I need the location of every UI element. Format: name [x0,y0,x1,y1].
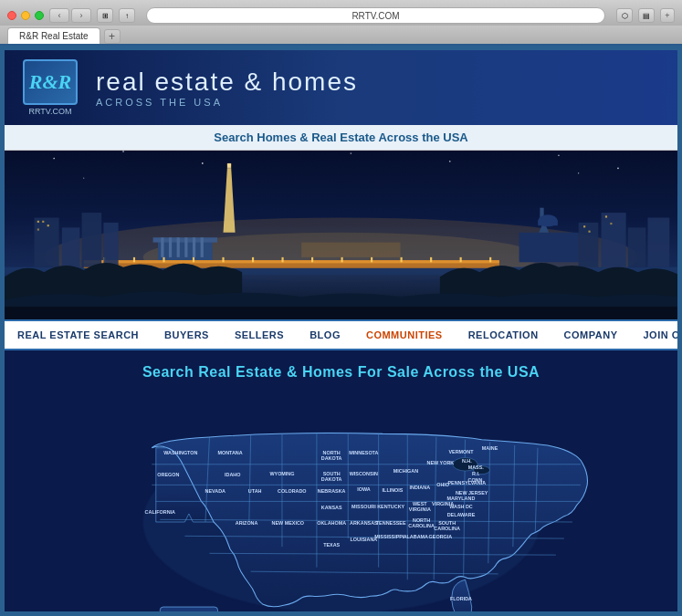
svg-text:WASH DC: WASH DC [449,504,473,509]
address-bar[interactable]: RRTV.COM [146,7,605,24]
svg-text:MICHIGAN: MICHIGAN [393,468,417,474]
svg-text:UTAH: UTAH [247,488,261,494]
browser-chrome: ‹ › ⊞ ↑ RRTV.COM ⬡ ▤ + [0,0,682,26]
active-tab[interactable]: R&R Real Estate [7,27,100,44]
nav-item-sellers[interactable]: SELLERS [222,321,297,349]
sidebar-icon[interactable]: ▤ [638,8,655,23]
svg-text:WISCONSIN: WISCONSIN [349,471,377,476]
svg-text:R.I.: R.I. [472,471,480,476]
svg-text:MASS.: MASS. [467,465,484,470]
nav-label: BLOG [310,329,341,340]
svg-text:DAKOTA: DAKOTA [320,455,341,461]
svg-rect-54 [579,223,599,267]
svg-text:FLORIDA: FLORIDA [449,596,471,601]
svg-rect-23 [169,237,172,257]
svg-text:N.H.: N.H. [461,458,471,464]
nav-item-communities[interactable]: COMMUNITIES [353,321,456,349]
svg-text:MAINE: MAINE [481,445,498,451]
logo-container: R&R RRTV.COM [23,59,78,116]
svg-rect-34 [163,257,164,262]
nav-item-join-our-team[interactable]: JOIN OUR TEAM [631,321,678,349]
svg-rect-51 [42,221,44,223]
nav-label: REAL ESTATE SEARCH [17,329,139,340]
svg-point-1 [53,158,55,160]
browser-content: R&R RRTV.COM real estate & homes across … [5,50,677,611]
svg-rect-41 [371,257,372,262]
svg-rect-55 [602,213,626,267]
main-content: Search Real Estate & Homes For Sale Acro… [5,350,677,611]
nav-item-blog[interactable]: BLOG [297,321,353,349]
svg-rect-31 [84,260,499,263]
svg-point-8 [83,178,84,179]
svg-point-9 [578,172,579,173]
svg-text:ARIZONA: ARIZONA [235,520,257,526]
forward-button[interactable]: › [71,8,91,23]
minimize-button[interactable] [21,11,30,20]
nav-item-relocation[interactable]: RELOCATION [456,321,551,349]
svg-text:NEW YORK: NEW YORK [426,460,454,465]
nav-item-company[interactable]: COMPANY [551,321,631,349]
svg-point-5 [449,161,451,162]
svg-text:SOUTH: SOUTH [438,520,456,526]
view-icon[interactable]: ⊞ [97,8,113,23]
svg-text:LOUISIANA: LOUISIANA [350,537,377,542]
svg-text:IDAHO: IDAHO [225,472,240,477]
svg-rect-42 [401,257,403,262]
share-icon[interactable]: ↑ [119,8,135,23]
svg-rect-46 [35,218,59,267]
svg-text:TENNESSEE: TENNESSEE [375,520,405,526]
svg-point-2 [122,151,124,152]
new-tab-icon[interactable]: + [104,29,121,44]
search-bar[interactable]: Search Homes & Real Estate Across the US… [5,125,677,151]
close-button[interactable] [7,11,16,20]
nav-item-real-estate-search[interactable]: REAL ESTATE SEARCH [5,321,152,349]
nav-item-buyers[interactable]: BUYERS [152,321,222,349]
new-tab-button[interactable]: + [660,8,675,23]
svg-text:PENNSYLVANIA: PENNSYLVANIA [447,480,486,485]
svg-text:MARYLAND: MARYLAND [446,496,475,501]
svg-point-3 [202,162,204,164]
traffic-lights [7,11,44,20]
svg-text:DELAWARE: DELAWARE [446,512,475,517]
usa-map[interactable]: WASHINGTON MONTANA NORTH DAKOTA MINNESOT… [86,394,597,611]
svg-text:WYOMING: WYOMING [269,471,294,476]
svg-rect-50 [37,221,39,223]
svg-rect-59 [588,231,590,233]
nav-button-group: ‹ › [49,8,91,23]
back-button[interactable]: ‹ [49,8,69,23]
svg-rect-49 [103,223,118,267]
svg-text:NEVADA: NEVADA [205,488,226,494]
nav-label: COMPANY [564,329,618,340]
svg-text:NEW MEXICO: NEW MEXICO [271,520,303,526]
svg-point-19 [227,163,231,167]
svg-rect-26 [193,237,195,257]
address-text: RRTV.COM [351,11,399,21]
svg-text:INDIANA: INDIANA [409,485,430,490]
svg-text:ARKANSAS: ARKANSAS [350,520,378,526]
main-heading-part1: Search Real Estate & Homes For Sale [142,364,423,380]
svg-rect-58 [583,225,585,227]
nav-label: RELOCATION [468,329,539,340]
site-nav: REAL ESTATE SEARCH BUYERS SELLERS BLOG C… [5,319,677,350]
svg-text:VERMONT: VERMONT [448,449,474,454]
maximize-button[interactable] [35,11,44,20]
svg-rect-16 [538,221,558,225]
hero-image [5,151,677,319]
svg-rect-33 [133,257,135,262]
svg-point-6 [558,154,560,156]
usa-map-container: WASHINGTON MONTANA NORTH DAKOTA MINNESOT… [23,394,659,611]
svg-rect-36 [222,257,224,262]
svg-rect-44 [460,257,462,262]
logo[interactable]: R&R [23,59,78,105]
svg-rect-38 [281,257,283,262]
nav-label: SELLERS [235,329,284,340]
svg-text:OKLAHOMA: OKLAHOMA [317,520,346,526]
svg-rect-22 [161,237,163,257]
nav-label: JOIN OUR TEAM [644,329,678,340]
logo-domain: RRTV.COM [28,107,71,116]
svg-rect-60 [605,215,607,217]
svg-point-4 [350,152,351,154]
bookmark-icon[interactable]: ⬡ [616,8,633,23]
nav-label: COMMUNITIES [366,329,443,340]
svg-rect-27 [201,237,204,257]
